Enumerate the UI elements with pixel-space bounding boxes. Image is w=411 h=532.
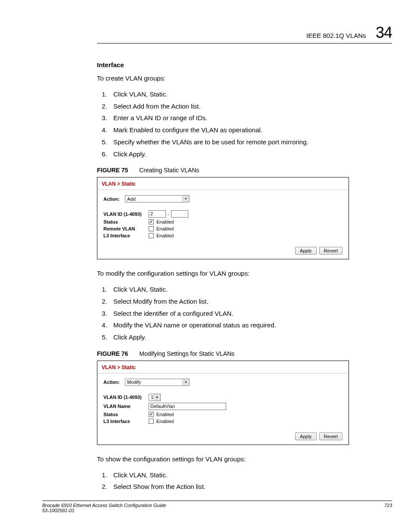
chevron-down-icon: ▼ bbox=[153, 394, 160, 401]
action-row: Action: Add ▼ bbox=[103, 195, 342, 202]
action-label: Action: bbox=[103, 196, 125, 202]
chevron-down-icon: ▼ bbox=[182, 196, 189, 202]
figure-label: FIGURE 75 bbox=[97, 167, 128, 174]
doc-number: 53-1002581-01 bbox=[42, 508, 166, 513]
steps-modify: Click VLAN, Static. Select Modify from t… bbox=[97, 283, 349, 343]
step: Select the identifier of a configured VL… bbox=[109, 308, 349, 320]
page-number: 723 bbox=[384, 503, 392, 513]
vlanid-to-input[interactable] bbox=[171, 210, 188, 218]
l3-interface-label: L3 Interface bbox=[103, 419, 149, 424]
step: Click VLAN, Static. bbox=[109, 88, 349, 100]
step: Click Apply. bbox=[109, 148, 349, 160]
vlanid-label: VLAN ID (1-4093) bbox=[103, 395, 149, 400]
step: Click VLAN, Static. bbox=[109, 283, 349, 296]
chevron-down-icon: ▼ bbox=[182, 379, 189, 386]
step: Select Show from the Action list. bbox=[109, 481, 349, 493]
screenshot-modify-vlan: VLAN > Static Action: Modify ▼ VLAN ID (… bbox=[97, 361, 349, 445]
action-label: Action: bbox=[103, 380, 125, 385]
step: Modify the VLAN name or operational stat… bbox=[109, 319, 349, 331]
remote-vlan-text: Enabled bbox=[156, 226, 174, 231]
chapter-number: 34 bbox=[376, 25, 392, 40]
remote-vlan-checkbox[interactable] bbox=[149, 226, 154, 231]
figure-title: Creating Static VLANs bbox=[139, 167, 199, 174]
breadcrumb: VLAN > Static bbox=[97, 361, 349, 373]
step: Enter a VLAN ID or range of IDs. bbox=[109, 112, 349, 124]
l3-interface-checkbox[interactable] bbox=[149, 419, 154, 424]
action-row: Action: Modify ▼ bbox=[103, 379, 342, 386]
revert-button[interactable]: Revert bbox=[319, 432, 342, 440]
steps-show: Click VLAN, Static. Select Show from the… bbox=[97, 469, 349, 493]
vlanid-from-input[interactable]: 2 bbox=[149, 210, 166, 218]
breadcrumb: VLAN > Static bbox=[97, 177, 349, 190]
revert-button[interactable]: Revert bbox=[319, 247, 342, 255]
vlan-name-label: VLAN Name bbox=[103, 404, 149, 409]
intro-show: To show the configuration settings for V… bbox=[97, 454, 349, 464]
vlanid-select[interactable]: 1 ▼ bbox=[149, 394, 161, 401]
figure-title: Modifying Settings for Static VLANs bbox=[139, 350, 234, 357]
action-value: Modify bbox=[127, 380, 141, 385]
screenshot-create-vlan: VLAN > Static Action: Add ▼ VLAN ID (1-4… bbox=[97, 177, 349, 259]
l3-interface-checkbox[interactable] bbox=[149, 233, 154, 238]
range-dash: - bbox=[168, 212, 169, 217]
footer-left: Brocade 6910 Ethernet Access Switch Conf… bbox=[42, 503, 166, 513]
step: Click Apply. bbox=[109, 331, 349, 343]
l3-interface-text: Enabled bbox=[156, 419, 174, 424]
status-text: Enabled bbox=[156, 219, 174, 224]
action-select[interactable]: Modify ▼ bbox=[125, 379, 190, 386]
figure-label: FIGURE 76 bbox=[97, 350, 128, 357]
intro-create: To create VLAN groups: bbox=[97, 74, 349, 83]
l3-interface-text: Enabled bbox=[156, 233, 174, 238]
interface-heading: Interface bbox=[97, 61, 349, 68]
step: Mark Enabled to configure the VLAN as op… bbox=[109, 124, 349, 136]
doc-title: Brocade 6910 Ethernet Access Switch Conf… bbox=[42, 503, 166, 508]
figure-76-caption: FIGURE 76 Modifying Settings for Static … bbox=[97, 350, 349, 357]
status-label: Status bbox=[103, 412, 149, 417]
figure-75-caption: FIGURE 75 Creating Static VLANs bbox=[97, 167, 349, 174]
vlanid-label: VLAN ID (1-4093) bbox=[103, 212, 149, 217]
status-checkbox[interactable] bbox=[149, 412, 154, 417]
remote-vlan-label: Remote VLAN bbox=[103, 226, 149, 231]
step: Select Add from the Action list. bbox=[109, 100, 349, 112]
page-footer: Brocade 6910 Ethernet Access Switch Conf… bbox=[42, 501, 392, 513]
l3-interface-label: L3 Interface bbox=[103, 233, 149, 238]
step: Select Modify from the Action list. bbox=[109, 296, 349, 308]
status-text: Enabled bbox=[156, 412, 174, 417]
intro-modify: To modify the configuration settings for… bbox=[97, 269, 349, 278]
action-select[interactable]: Add ▼ bbox=[125, 195, 190, 202]
steps-create: Click VLAN, Static. Select Add from the … bbox=[97, 88, 349, 160]
step: Specify whether the VLANs are to be used… bbox=[109, 136, 349, 148]
apply-button[interactable]: Apply bbox=[295, 247, 317, 255]
step: Click VLAN, Static. bbox=[109, 469, 349, 481]
status-label: Status bbox=[103, 219, 149, 224]
apply-button[interactable]: Apply bbox=[295, 432, 317, 440]
vlan-name-input[interactable]: DefaultVlan bbox=[149, 403, 226, 410]
status-checkbox[interactable] bbox=[149, 219, 154, 224]
action-value: Add bbox=[127, 196, 136, 202]
